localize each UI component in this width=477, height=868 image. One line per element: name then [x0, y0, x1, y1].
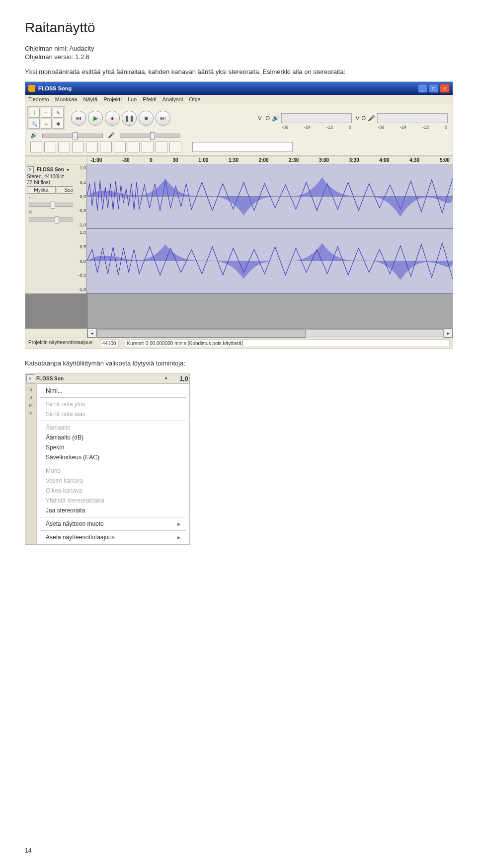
selection-tool-icon[interactable]: I — [29, 108, 40, 118]
fit-project-button[interactable] — [169, 142, 181, 152]
transport-controls: ⏮ ▶ ● ❚❚ ■ ⏭ — [68, 110, 173, 127]
maximize-button[interactable]: □ — [429, 84, 439, 93]
timeline-tick: 3:30 — [349, 157, 359, 163]
mute-button[interactable]: Mykkä — [27, 186, 56, 194]
menu-item: Vasen kanava — [37, 476, 189, 486]
stop-button[interactable]: ■ — [139, 111, 154, 126]
timeline-tick: 4:00 — [379, 157, 389, 163]
scrollbar-thumb[interactable] — [97, 330, 306, 338]
draw-tool-icon[interactable]: ✎ — [53, 108, 64, 118]
menu-item[interactable]: Näytä — [83, 96, 97, 102]
playback-meter[interactable]: -36 -24 -12 0 — [281, 113, 352, 123]
waveform-right-icon — [87, 229, 453, 293]
track-panel-fragment: S 3 M V — [25, 384, 37, 544]
play-button[interactable]: ▶ — [88, 111, 103, 126]
zoom-tool-icon[interactable]: 🔍 — [29, 119, 40, 129]
sample-rate-field[interactable]: 44100 — [100, 340, 119, 347]
timeline-ruler[interactable]: -1:00 -30 0 30 1:00 1:30 2:00 2:30 3:00 … — [25, 156, 453, 164]
track-close-button[interactable]: × — [26, 374, 34, 382]
menu-item[interactable]: Aseta näytteen muoto — [37, 519, 189, 529]
speaker-icon: 🔊 — [30, 132, 37, 139]
intro-paragraph: Yksi monoääniraita esittää yhtä äänirait… — [25, 68, 452, 76]
input-volume-slider[interactable] — [120, 134, 180, 138]
waveform-left-icon — [87, 164, 453, 228]
menu-item[interactable]: Efekti — [143, 96, 157, 102]
zoom-out-button[interactable] — [142, 142, 154, 152]
copy-button[interactable] — [44, 142, 56, 152]
scroll-right-button[interactable]: ▸ — [444, 329, 453, 338]
horizontal-scrollbar[interactable]: ◂ ▸ — [25, 328, 453, 338]
panel-fragment-label: M — [29, 403, 33, 408]
track-name: FLOSS Son — [36, 376, 163, 381]
meter-tick: -36 — [282, 125, 288, 130]
track-close-button[interactable]: × — [27, 166, 34, 173]
meter-tick: -24 — [304, 125, 311, 130]
yaxis-tick: 0,0 — [80, 194, 86, 199]
menu-item[interactable]: Projekti — [103, 96, 122, 102]
meter-l-label: V — [258, 115, 261, 121]
menu-item[interactable]: Ääniaalto (dB) — [37, 433, 189, 442]
toolbars: I ≡ ✎ 🔍 ↔ ✱ ⏮ ▶ ● ❚❚ ■ ⏭ V O 🔊 — [25, 104, 453, 156]
record-button[interactable]: ● — [105, 111, 120, 126]
timeline-tick: 1:30 — [229, 157, 238, 163]
fit-selection-button[interactable] — [156, 142, 167, 152]
minimize-button[interactable]: _ — [418, 84, 428, 93]
menu-item[interactable]: Nimi... — [37, 386, 189, 396]
yaxis-tick: -1,0 — [78, 222, 86, 227]
multi-tool-icon[interactable]: ✱ — [53, 119, 64, 129]
timeline-tick: -1:00 — [90, 157, 102, 163]
timeline-tick: 5:00 — [440, 157, 450, 163]
skip-end-button[interactable]: ⏭ — [156, 111, 170, 126]
cut-button[interactable] — [30, 142, 42, 152]
after-paragraph: Katsotaanpa käyttöliittymän valikosta lö… — [25, 359, 452, 368]
menu-item[interactable]: Spektri — [37, 442, 189, 452]
track-menu-dropdown[interactable]: ▾ — [66, 167, 71, 172]
undo-button[interactable] — [100, 142, 112, 152]
menu-item[interactable]: Jaa stereoraita — [37, 506, 189, 515]
menu-item[interactable]: Sävelkorkeus (EAC) — [37, 452, 189, 462]
pause-button[interactable]: ❚❚ — [122, 111, 137, 126]
input-source-dropdown[interactable] — [192, 142, 293, 152]
menu-separator — [40, 397, 186, 398]
skip-start-button[interactable]: ⏮ — [71, 111, 86, 126]
menu-item[interactable]: Ohje — [189, 96, 200, 102]
timeshift-tool-icon[interactable]: ↔ — [41, 119, 52, 129]
timeline-tick: -30 — [122, 157, 129, 163]
trim-button[interactable] — [72, 142, 84, 152]
envelope-tool-icon[interactable]: ≡ — [41, 108, 52, 118]
cursor-position-field: Kursori: 0:00,000000 min:s [Kohdistus po… — [125, 340, 450, 347]
timeline-tick: 30 — [172, 157, 178, 163]
menu-item[interactable]: Analysoi — [162, 96, 183, 102]
record-meter[interactable]: -36 -24 -12 0 — [377, 113, 448, 123]
paste-button[interactable] — [58, 142, 70, 152]
app-icon — [28, 85, 35, 92]
output-volume-slider[interactable] — [42, 134, 103, 138]
menu-separator — [40, 464, 186, 464]
menu-item: Mono — [37, 466, 189, 476]
yaxis-tick: 0,5 — [80, 244, 86, 249]
menu-item[interactable]: Aseta näytteenottotaajuus — [37, 532, 189, 542]
menu-item: Oikea kanava — [37, 486, 189, 496]
close-button[interactable]: × — [440, 84, 450, 93]
scroll-left-button[interactable]: ◂ — [87, 329, 96, 338]
meta-version: Ohjelman versio: 1.2.6 — [25, 53, 452, 61]
menu-item[interactable]: Tiedosto — [28, 96, 49, 102]
panel-fragment-label: S — [29, 387, 32, 392]
panel-fragment-label: V — [29, 411, 32, 416]
window-title: FLOSS Song — [38, 85, 418, 91]
menu-item[interactable]: Muokkaa — [55, 96, 78, 102]
redo-button[interactable] — [114, 142, 126, 152]
edit-toolbar — [27, 141, 184, 153]
waveform-display[interactable]: 1,0 0,5 0,0 -0,5 -1,0 1,0 0,5 — [87, 164, 453, 293]
timeline-tick: 1:00 — [198, 157, 208, 163]
yaxis-tick: -0,5 — [78, 273, 86, 278]
silence-button[interactable] — [86, 142, 98, 152]
timeline-tick: 2:00 — [259, 157, 269, 163]
track-menu-dropdown[interactable]: ▾ — [163, 376, 169, 381]
sample-rate-label: Projektin näytteenottotaajuus: — [28, 340, 94, 347]
track-name: FLOSS Son — [37, 167, 64, 172]
zoom-in-button[interactable] — [128, 142, 140, 152]
meter-tick: -24 — [400, 125, 406, 130]
menu-item[interactable]: Luo — [128, 96, 137, 102]
track-menu-screenshot: × FLOSS Son ▾ 1,0 S 3 M V Nimi...Siirrä … — [25, 373, 190, 545]
